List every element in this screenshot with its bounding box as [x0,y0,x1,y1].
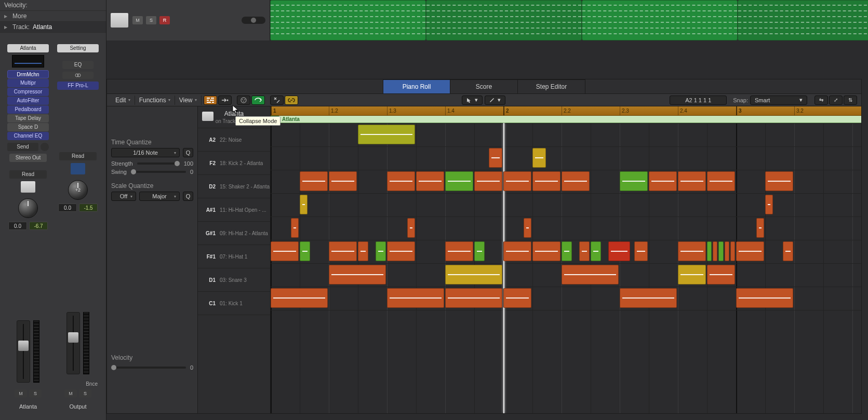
midi-note[interactable] [407,218,415,238]
midi-note[interactable] [591,241,601,261]
midi-note[interactable] [489,148,502,168]
midi-note[interactable] [329,265,386,284]
midi-note[interactable] [562,241,572,261]
insert-slot[interactable]: DrmMchn [7,70,49,78]
eq-slot[interactable]: EQ [62,61,94,69]
left-tool-selector[interactable]: ▾ [462,96,483,105]
right-tool-selector[interactable]: ▾ [485,96,505,105]
strip-setting-button[interactable]: Atlanta [7,44,49,52]
midi-note[interactable] [445,288,502,308]
solo-button[interactable]: S [29,389,42,398]
midi-note[interactable] [329,241,357,261]
midi-note[interactable] [503,288,531,308]
region-loop-handle-icon[interactable] [271,116,279,123]
mute-button[interactable]: M [132,16,143,24]
midi-note[interactable] [678,241,706,261]
scale-type-selector[interactable]: Major [139,192,180,201]
midi-note[interactable] [474,241,485,261]
midi-note[interactable] [387,288,444,308]
midi-note[interactable] [445,171,473,191]
midi-note[interactable] [271,241,299,261]
midi-note[interactable] [562,171,590,191]
record-enable-button[interactable]: R [159,16,170,24]
row-label[interactable]: F#107: Hi-Hat 1 [198,245,270,268]
link-button[interactable] [285,96,298,105]
midi-note[interactable] [291,218,299,238]
row-label[interactable]: F218: Kick 2 - Atlanta [198,152,270,175]
midi-note[interactable] [503,241,531,261]
zoom-vert-button[interactable]: ⇅ [844,96,857,105]
catch-playhead-button[interactable] [251,96,265,105]
tab-score[interactable]: Score [450,79,518,93]
insert-slot[interactable]: Compressor [7,88,49,96]
arrange-region[interactable] [738,0,868,40]
midi-note[interactable] [736,288,793,308]
arrange-region[interactable] [426,0,582,40]
row-label[interactable]: G#109: Hi-Hat 2 - Atlanta [198,222,270,245]
midi-in-button[interactable] [218,96,232,105]
midi-note[interactable] [300,195,308,214]
row-label[interactable]: D103: Snare 3 [198,268,270,292]
row-label[interactable]: A#111: Hi-Hat Open - ... [198,198,270,222]
velocity-slider[interactable] [111,367,186,369]
insert-slot[interactable]: Space D [7,123,49,131]
eq-thumbnail[interactable] [12,55,44,67]
solo-button[interactable]: S [146,16,156,24]
inspector-track-row[interactable]: Track: Atlanta [0,22,106,33]
midi-note[interactable] [707,265,735,284]
midi-note[interactable] [524,218,531,238]
insert-slot[interactable]: Pedalboard [7,105,49,114]
volume-fader[interactable] [66,312,80,374]
collapse-mode-button[interactable] [204,96,217,105]
midi-note[interactable] [300,171,328,191]
midi-note[interactable] [620,288,677,308]
send-button[interactable]: Send [7,143,38,151]
row-label[interactable]: D215: Shaker 2 - Atlanta [198,175,270,198]
menu-view[interactable]: View [175,96,202,105]
stereo-link-icon[interactable] [62,72,94,79]
midi-note[interactable] [532,171,560,191]
midi-note[interactable] [329,171,357,191]
midi-note[interactable] [649,171,677,191]
output-routing[interactable]: Stereo Out [9,154,47,162]
midi-note[interactable] [736,241,764,261]
row-label[interactable]: C101: Kick 1 [198,292,270,315]
mute-button[interactable]: M [15,389,27,398]
midi-note[interactable] [765,171,793,191]
swing-slider[interactable] [131,171,186,173]
midi-note[interactable] [416,171,444,191]
arrange-area[interactable] [270,0,868,40]
midi-note[interactable] [713,241,717,261]
midi-note[interactable] [634,241,648,261]
arrange-region[interactable] [270,0,426,40]
strength-slider[interactable] [137,162,180,165]
midi-note[interactable] [678,171,706,191]
midi-out-button[interactable] [237,96,250,105]
midi-note[interactable] [271,288,328,308]
midi-note[interactable] [503,171,531,191]
bounce-label[interactable]: Bnce [57,381,99,387]
midi-note[interactable] [358,241,368,261]
midi-note[interactable] [707,171,735,191]
insert-slot[interactable]: Multipr [7,79,49,87]
midi-note[interactable] [783,241,793,261]
arrange-region[interactable] [582,0,738,40]
midi-note[interactable] [532,148,546,168]
insert-slot[interactable]: FF Pro-L [57,82,99,90]
midi-note[interactable] [387,241,415,261]
midi-note[interactable] [620,171,648,191]
automation-mode[interactable]: Read [9,170,47,179]
midi-note[interactable] [532,241,560,261]
zoom-horiz-button[interactable]: ⇆ [814,96,828,105]
midi-note[interactable] [765,195,773,214]
insert-slot[interactable]: Tape Delay [7,114,49,123]
piano-roll-grid[interactable] [271,123,861,413]
midi-note[interactable] [756,218,764,238]
midi-note[interactable] [358,125,415,144]
quantize-button[interactable]: Q [183,148,193,157]
midi-note[interactable] [376,241,386,261]
midi-note[interactable] [730,241,735,261]
midi-note[interactable] [387,171,415,191]
midi-note[interactable] [300,241,310,261]
volume-fader[interactable] [17,320,30,383]
